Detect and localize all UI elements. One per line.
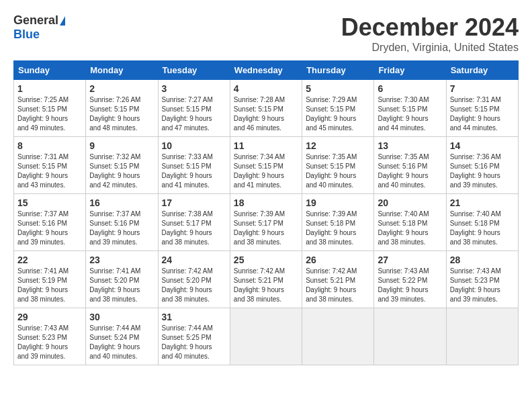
calendar-week-4: 22Sunrise: 7:41 AM Sunset: 5:19 PM Dayli…: [14, 251, 519, 308]
month-title: December 2024: [341, 13, 519, 42]
day-info: Sunrise: 7:34 AM Sunset: 5:15 PM Dayligh…: [234, 152, 298, 190]
day-info: Sunrise: 7:35 AM Sunset: 5:15 PM Dayligh…: [306, 152, 370, 190]
day-info: Sunrise: 7:43 AM Sunset: 5:23 PM Dayligh…: [17, 324, 82, 361]
weekday-header-saturday: Saturday: [446, 61, 518, 80]
weekday-header-tuesday: Tuesday: [158, 61, 230, 80]
day-number: 31: [162, 312, 226, 322]
day-number: 17: [162, 197, 226, 208]
day-info: Sunrise: 7:44 AM Sunset: 5:24 PM Dayligh…: [89, 324, 154, 361]
calendar-day-19: 19Sunrise: 7:39 AM Sunset: 5:18 PM Dayli…: [302, 194, 374, 251]
logo-icon: [60, 16, 65, 26]
calendar-week-2: 8Sunrise: 7:31 AM Sunset: 5:15 PM Daylig…: [14, 137, 519, 194]
calendar-day-25: 25Sunrise: 7:42 AM Sunset: 5:21 PM Dayli…: [230, 251, 302, 308]
calendar-week-5: 29Sunrise: 7:43 AM Sunset: 5:23 PM Dayli…: [14, 308, 519, 365]
day-info: Sunrise: 7:42 AM Sunset: 5:21 PM Dayligh…: [306, 267, 370, 304]
header: General Blue December 2024 Dryden, Virgi…: [13, 13, 519, 54]
day-number: 30: [89, 312, 154, 322]
calendar-day-15: 15Sunrise: 7:37 AM Sunset: 5:16 PM Dayli…: [14, 194, 86, 251]
day-number: 21: [450, 197, 515, 208]
calendar-day-31: 31Sunrise: 7:44 AM Sunset: 5:25 PM Dayli…: [158, 308, 230, 365]
day-info: Sunrise: 7:32 AM Sunset: 5:15 PM Dayligh…: [89, 152, 154, 190]
day-info: Sunrise: 7:31 AM Sunset: 5:15 PM Dayligh…: [450, 95, 515, 133]
day-number: 25: [234, 255, 298, 265]
calendar-day-10: 10Sunrise: 7:33 AM Sunset: 5:15 PM Dayli…: [158, 137, 230, 194]
title-area: December 2024 Dryden, Virginia, United S…: [341, 13, 519, 54]
calendar-day-13: 13Sunrise: 7:35 AM Sunset: 5:16 PM Dayli…: [374, 137, 446, 194]
day-info: Sunrise: 7:33 AM Sunset: 5:15 PM Dayligh…: [162, 152, 226, 190]
calendar-body: 1Sunrise: 7:25 AM Sunset: 5:15 PM Daylig…: [14, 80, 519, 365]
empty-cell: [302, 308, 374, 365]
day-info: Sunrise: 7:39 AM Sunset: 5:18 PM Dayligh…: [306, 210, 370, 247]
logo: General Blue: [13, 13, 65, 42]
calendar-day-20: 20Sunrise: 7:40 AM Sunset: 5:18 PM Dayli…: [374, 194, 446, 251]
day-info: Sunrise: 7:28 AM Sunset: 5:15 PM Dayligh…: [234, 95, 298, 133]
day-number: 5: [306, 83, 370, 94]
calendar-day-18: 18Sunrise: 7:39 AM Sunset: 5:17 PM Dayli…: [230, 194, 302, 251]
day-number: 28: [450, 255, 515, 265]
calendar-day-26: 26Sunrise: 7:42 AM Sunset: 5:21 PM Dayli…: [302, 251, 374, 308]
calendar-day-7: 7Sunrise: 7:31 AM Sunset: 5:15 PM Daylig…: [446, 80, 518, 137]
weekday-header-wednesday: Wednesday: [230, 61, 302, 80]
day-number: 16: [89, 197, 154, 208]
day-number: 8: [17, 140, 82, 151]
day-info: Sunrise: 7:41 AM Sunset: 5:20 PM Dayligh…: [89, 267, 154, 304]
day-info: Sunrise: 7:29 AM Sunset: 5:15 PM Dayligh…: [306, 95, 370, 133]
day-info: Sunrise: 7:35 AM Sunset: 5:16 PM Dayligh…: [378, 152, 442, 190]
weekday-header-monday: Monday: [86, 61, 158, 80]
day-info: Sunrise: 7:37 AM Sunset: 5:16 PM Dayligh…: [17, 210, 82, 247]
day-number: 24: [162, 255, 226, 265]
calendar: SundayMondayTuesdayWednesdayThursdayFrid…: [13, 60, 519, 365]
day-number: 3: [162, 83, 226, 94]
day-number: 4: [234, 83, 298, 94]
empty-cell: [374, 308, 446, 365]
calendar-day-1: 1Sunrise: 7:25 AM Sunset: 5:15 PM Daylig…: [14, 80, 86, 137]
calendar-day-21: 21Sunrise: 7:40 AM Sunset: 5:18 PM Dayli…: [446, 194, 518, 251]
day-number: 7: [450, 83, 515, 94]
calendar-day-30: 30Sunrise: 7:44 AM Sunset: 5:24 PM Dayli…: [86, 308, 158, 365]
calendar-day-29: 29Sunrise: 7:43 AM Sunset: 5:23 PM Dayli…: [14, 308, 86, 365]
day-info: Sunrise: 7:38 AM Sunset: 5:17 PM Dayligh…: [162, 210, 226, 247]
calendar-day-9: 9Sunrise: 7:32 AM Sunset: 5:15 PM Daylig…: [86, 137, 158, 194]
weekday-header-thursday: Thursday: [302, 61, 374, 80]
calendar-day-5: 5Sunrise: 7:29 AM Sunset: 5:15 PM Daylig…: [302, 80, 374, 137]
calendar-day-16: 16Sunrise: 7:37 AM Sunset: 5:16 PM Dayli…: [86, 194, 158, 251]
day-info: Sunrise: 7:37 AM Sunset: 5:16 PM Dayligh…: [89, 210, 154, 247]
calendar-day-17: 17Sunrise: 7:38 AM Sunset: 5:17 PM Dayli…: [158, 194, 230, 251]
day-number: 22: [17, 255, 82, 265]
day-info: Sunrise: 7:36 AM Sunset: 5:16 PM Dayligh…: [450, 152, 515, 190]
day-number: 2: [89, 83, 154, 94]
day-number: 29: [17, 312, 82, 322]
day-info: Sunrise: 7:43 AM Sunset: 5:23 PM Dayligh…: [450, 267, 515, 304]
day-number: 26: [306, 255, 370, 265]
empty-cell: [446, 308, 518, 365]
calendar-day-27: 27Sunrise: 7:43 AM Sunset: 5:22 PM Dayli…: [374, 251, 446, 308]
day-info: Sunrise: 7:39 AM Sunset: 5:17 PM Dayligh…: [234, 210, 298, 247]
calendar-day-14: 14Sunrise: 7:36 AM Sunset: 5:16 PM Dayli…: [446, 137, 518, 194]
calendar-day-6: 6Sunrise: 7:30 AM Sunset: 5:15 PM Daylig…: [374, 80, 446, 137]
calendar-day-8: 8Sunrise: 7:31 AM Sunset: 5:15 PM Daylig…: [14, 137, 86, 194]
day-info: Sunrise: 7:40 AM Sunset: 5:18 PM Dayligh…: [450, 210, 515, 247]
weekday-header-friday: Friday: [374, 61, 446, 80]
day-number: 19: [306, 197, 370, 208]
day-number: 10: [162, 140, 226, 151]
calendar-day-23: 23Sunrise: 7:41 AM Sunset: 5:20 PM Dayli…: [86, 251, 158, 308]
day-info: Sunrise: 7:31 AM Sunset: 5:15 PM Dayligh…: [17, 152, 82, 190]
day-number: 15: [17, 197, 82, 208]
day-info: Sunrise: 7:25 AM Sunset: 5:15 PM Dayligh…: [17, 95, 82, 133]
day-number: 20: [378, 197, 442, 208]
day-number: 9: [89, 140, 154, 151]
day-number: 27: [378, 255, 442, 265]
logo-general-text: General: [13, 13, 58, 28]
day-number: 18: [234, 197, 298, 208]
calendar-day-24: 24Sunrise: 7:42 AM Sunset: 5:20 PM Dayli…: [158, 251, 230, 308]
day-info: Sunrise: 7:26 AM Sunset: 5:15 PM Dayligh…: [89, 95, 154, 133]
logo-blue-text: Blue: [13, 28, 40, 42]
day-info: Sunrise: 7:44 AM Sunset: 5:25 PM Dayligh…: [162, 324, 226, 361]
calendar-day-12: 12Sunrise: 7:35 AM Sunset: 5:15 PM Dayli…: [302, 137, 374, 194]
calendar-day-4: 4Sunrise: 7:28 AM Sunset: 5:15 PM Daylig…: [230, 80, 302, 137]
day-number: 23: [89, 255, 154, 265]
day-number: 11: [234, 140, 298, 151]
calendar-day-3: 3Sunrise: 7:27 AM Sunset: 5:15 PM Daylig…: [158, 80, 230, 137]
calendar-day-11: 11Sunrise: 7:34 AM Sunset: 5:15 PM Dayli…: [230, 137, 302, 194]
calendar-day-28: 28Sunrise: 7:43 AM Sunset: 5:23 PM Dayli…: [446, 251, 518, 308]
